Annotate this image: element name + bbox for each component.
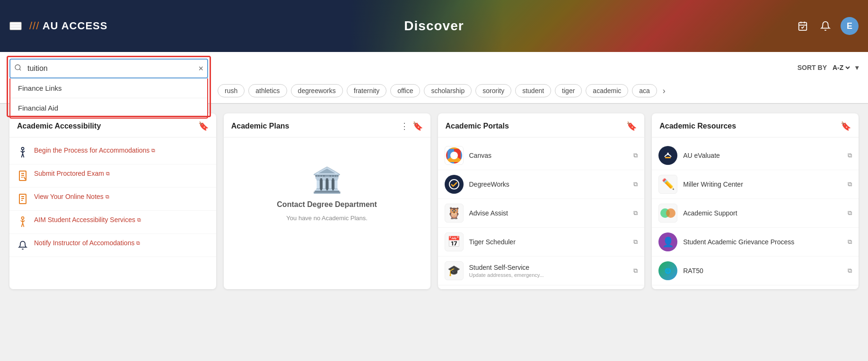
sort-label: SORT BY [798, 64, 827, 71]
portal-item-self-service[interactable]: 🎓 Student Self-Service Update addresses,… [438, 257, 645, 285]
card-academic-plans: Academic Plans ⋮ 🔖 🏛️ Contact Degree Dep… [224, 113, 430, 289]
portal-item-au-evaluate[interactable]: AU eValuate ⧉ [652, 141, 859, 170]
logo: /// AU ACCESS [29, 20, 107, 32]
portal-name-canvas: Canvas [469, 152, 628, 159]
list-item-notify[interactable]: Notify Instructor of Accomodations ⧉ [9, 234, 216, 257]
bookmark-icon-portals[interactable]: 🔖 [626, 121, 637, 131]
search-input[interactable]: tuition [9, 59, 208, 78]
svg-line-5 [19, 69, 21, 70]
portal-name-advise: Advise Assist [469, 209, 628, 217]
tag-aca[interactable]: aca [632, 84, 657, 97]
bookmark-icon-resources[interactable]: 🔖 [841, 121, 851, 131]
external-link-icon-3: ⧉ [105, 193, 109, 200]
self-service-logo: 🎓 [445, 261, 464, 280]
logo-slash: /// [29, 20, 39, 32]
list-item-aim[interactable]: AIM Student Accessibility Services ⧉ [9, 211, 216, 234]
card-title-resources: Academic Resources [659, 122, 736, 130]
svg-point-22 [449, 180, 459, 189]
academic-support-ext-icon: ⧉ [848, 209, 852, 217]
card-title-plans: Academic Plans [231, 122, 289, 130]
card-list-portals: Canvas ⧉ DegreeWorks ⧉ 🦉 Advise Assist ⧉ [438, 138, 645, 289]
search-area: tuition × Finance Links Financial Aid SO… [0, 52, 868, 78]
portal-item-grievance[interactable]: 👤 Student Academic Grievance Process ⧉ [652, 228, 859, 257]
portal-item-degreeworks[interactable]: DegreeWorks ⧉ [438, 170, 645, 199]
calendar-icon[interactable] [795, 18, 810, 34]
tag-tiger[interactable]: tiger [555, 84, 582, 97]
card-academic-portals: Academic Portals 🔖 Canvas ⧉ DegreeWorks … [438, 113, 645, 289]
card-title-accessibility: Academic Accessibility [17, 122, 101, 130]
portal-item-rat50[interactable]: 🌐 RAT50 ⧉ [652, 257, 859, 285]
miller-ext-icon: ⧉ [848, 180, 852, 188]
card-list-resources: AU eValuate ⧉ ✏️ Miller Writing Center ⧉… [652, 138, 859, 289]
card-actions-plans: ⋮ 🔖 [400, 121, 423, 131]
rat50-logo: 🌐 [658, 261, 677, 280]
dropdown-item-finance-links[interactable]: Finance Links [10, 78, 207, 98]
tag-athletics[interactable]: athletics [248, 84, 287, 97]
sort-area: SORT BY A-Z Z-A ▾ [798, 59, 859, 72]
card-center-sub-plans: You have no Academic Plans. [286, 215, 368, 222]
grievance-logo: 👤 [658, 232, 677, 251]
card-actions-resources: 🔖 [841, 121, 851, 131]
tag-sorority[interactable]: sorority [475, 84, 511, 97]
search-dropdown: Finance Links Financial Aid [9, 78, 208, 119]
svg-rect-24 [665, 157, 671, 158]
list-item-proctored-exam[interactable]: Submit Proctored Exam ⧉ [9, 164, 216, 188]
grievance-ext-icon: ⧉ [848, 238, 852, 246]
notification-bell-icon[interactable] [818, 18, 833, 34]
tag-fraternity[interactable]: fraternity [347, 84, 386, 97]
portal-name-self-service: Student Self-Service [469, 264, 628, 271]
tiger-logo: 📅 [445, 232, 464, 251]
advise-ext-icon: ⧉ [633, 209, 638, 217]
portal-name-au-evaluate: AU eValuate [683, 152, 842, 159]
card-header-plans: Academic Plans ⋮ 🔖 [224, 113, 430, 138]
portal-name-degreeworks: DegreeWorks [469, 180, 628, 188]
accessibility-walk-icon [16, 146, 29, 159]
card-list-accessibility: Begin the Process for Accommodations ⧉ S… [9, 138, 216, 261]
sort-select[interactable]: A-Z Z-A [831, 63, 851, 72]
miller-logo: ✏️ [658, 175, 677, 194]
bookmark-icon-plans[interactable]: 🔖 [412, 121, 423, 131]
card-center-plans: 🏛️ Contact Degree Department You have no… [224, 138, 430, 250]
menu-button[interactable] [9, 22, 22, 30]
header-left: /// AU ACCESS [0, 20, 107, 32]
card-header-portals: Academic Portals 🔖 [438, 113, 645, 138]
dropdown-item-financial-aid[interactable]: Financial Aid [10, 98, 207, 118]
tag-rush[interactable]: rush [218, 84, 245, 97]
tag-scholarship[interactable]: scholarship [424, 84, 472, 97]
list-item-text-aim: AIM Student Accessibility Services ⧉ [34, 215, 210, 225]
online-notes-icon [16, 192, 29, 206]
tag-office[interactable]: office [390, 84, 420, 97]
portal-item-tiger[interactable]: 📅 Tiger Scheduler ⧉ [438, 228, 645, 257]
tiger-ext-icon: ⧉ [633, 238, 638, 246]
tag-academic[interactable]: academic [586, 84, 628, 97]
svg-point-4 [15, 65, 20, 70]
svg-point-27 [666, 208, 675, 218]
portal-item-miller[interactable]: ✏️ Miller Writing Center ⧉ [652, 170, 859, 199]
tags-next-button[interactable]: › [661, 86, 667, 96]
portal-name-rat50: RAT50 [683, 267, 842, 275]
svg-point-25 [667, 153, 669, 155]
avatar[interactable]: E [841, 17, 859, 35]
bookmark-icon-accessibility[interactable]: 🔖 [198, 121, 209, 131]
canvas-logo [445, 146, 464, 165]
more-options-icon[interactable]: ⋮ [400, 121, 409, 131]
search-icon [14, 64, 22, 73]
self-service-ext-icon: ⧉ [633, 267, 638, 275]
list-item-text-notify: Notify Instructor of Accomodations ⧉ [34, 239, 210, 248]
portal-item-canvas[interactable]: Canvas ⧉ [438, 141, 645, 170]
au-evaluate-logo [658, 146, 677, 165]
notify-icon [16, 239, 29, 252]
portal-item-advise[interactable]: 🦉 Advise Assist ⧉ [438, 199, 645, 228]
search-clear-button[interactable]: × [198, 64, 203, 74]
portal-item-academic-support[interactable]: Academic Support ⧉ [652, 199, 859, 228]
list-item-accommodations[interactable]: Begin the Process for Accommodations ⧉ [9, 141, 216, 164]
list-item-text-notes: View Your Online Notes ⧉ [34, 192, 210, 202]
svg-point-18 [21, 217, 24, 219]
list-item-online-notes[interactable]: View Your Online Notes ⧉ [9, 188, 216, 211]
page-title: Discover [404, 18, 464, 34]
search-wrapper: tuition × [9, 59, 208, 78]
tag-student[interactable]: student [515, 84, 551, 97]
tag-degreeworks[interactable]: degreeworks [291, 84, 343, 97]
card-actions-portals: 🔖 [626, 121, 637, 131]
header-right: E [795, 17, 859, 35]
